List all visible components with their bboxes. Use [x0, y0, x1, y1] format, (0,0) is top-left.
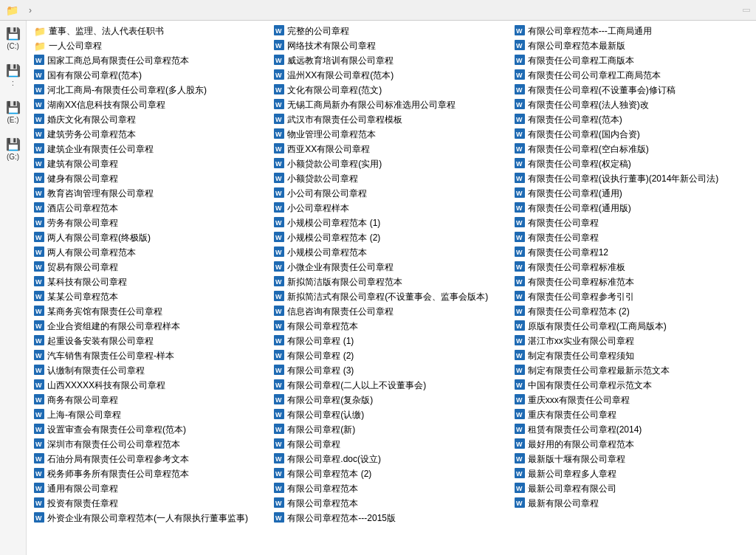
dropdown-button[interactable] — [743, 9, 750, 12]
list-item[interactable]: W起重设备安装有限公司章程 — [31, 334, 271, 348]
list-item[interactable]: 📁一人公司章程 — [31, 38, 271, 53]
list-item[interactable]: W设置审查会有限责任公司章程(范本) — [31, 422, 271, 437]
list-item[interactable]: W小规模公司章程范本 — [271, 245, 511, 260]
list-item[interactable]: W中国有限责任公司章程示范文本 — [512, 378, 752, 393]
list-item[interactable]: W信息咨询有限责任公司章程 — [271, 304, 511, 319]
list-item[interactable]: W有限公司章程 (3) — [271, 363, 511, 378]
list-item[interactable]: W有限公司章程范本 — [271, 496, 511, 511]
list-item[interactable]: W山西XXXXX科技有限公司章程 — [31, 378, 271, 393]
list-item[interactable]: W无锡工商局新办有限公司标准选用公司章程 — [271, 97, 511, 112]
list-item[interactable]: W小微企业有限责任公司章程 — [271, 260, 511, 275]
list-item[interactable]: W文化有限公司章程(范文) — [271, 83, 511, 97]
list-item[interactable]: W某商务宾馆有限责任公司章程 — [31, 304, 271, 319]
list-item[interactable]: W有限责任公司章程(国内合资) — [512, 127, 752, 142]
list-item[interactable]: W国家工商总局有限责任公司章程范本 — [31, 53, 271, 68]
list-item[interactable]: W有限公司章程范本---2015版 — [271, 511, 511, 525]
list-item[interactable]: W有限责任公司章程(空白标准版) — [512, 142, 752, 156]
list-item[interactable]: W有限责任公司章程12 — [512, 245, 752, 260]
list-item[interactable]: W有限责任公司章程标准板 — [512, 260, 752, 275]
list-item[interactable]: W有限公司章程范本最新版 — [512, 38, 752, 53]
list-item[interactable]: W制定有限责任公司章程须知 — [512, 348, 752, 363]
list-item[interactable]: W有限公司章程 (1) — [271, 334, 511, 348]
list-item[interactable]: W有限公司章程(二人以上不设董事会) — [271, 378, 511, 393]
drive-item[interactable]: 💾(C:) — [6, 27, 21, 50]
list-item[interactable]: W健身有限公司章程 — [31, 171, 271, 186]
list-item[interactable]: W网络技术有限公司章程 — [271, 38, 511, 53]
list-item[interactable]: W西亚XX有限公司章程 — [271, 142, 511, 156]
list-item[interactable]: W湛江市xx实业有限公司章程 — [512, 334, 752, 348]
list-item[interactable]: W婚庆文化有限公司章程 — [31, 112, 271, 127]
list-item[interactable]: W深圳市有限责任公司公司章程范本 — [31, 437, 271, 452]
list-item[interactable]: W有限责任公司章程(法人独资)改 — [512, 97, 752, 112]
list-item[interactable]: W新拟简洁式有限公司章程(不设董事会、监事会版本) — [271, 289, 511, 304]
list-item[interactable]: W小规模公司章程范本 (2) — [271, 230, 511, 245]
list-item[interactable]: W通用有限公司章程 — [31, 481, 271, 496]
list-item[interactable]: W重庆xxx有限责任公司章程 — [512, 393, 752, 407]
list-item[interactable]: W劳务有限公司章程 — [31, 216, 271, 230]
list-item[interactable]: W石油分局有限责任公司章程参考文本 — [31, 452, 271, 466]
list-item[interactable]: W酒店公司章程范本 — [31, 201, 271, 216]
drive-item[interactable]: 💾(G:) — [6, 137, 21, 161]
list-item[interactable]: W某科技有限公司章程 — [31, 275, 271, 289]
list-item[interactable]: W有限责任公司章程(设执行董事)(2014年新公司法) — [512, 171, 752, 186]
list-item[interactable]: W小公司有限公司章程 — [271, 186, 511, 201]
list-item[interactable]: W小额贷款公司章程(实用) — [271, 156, 511, 171]
list-item[interactable]: W有限责任公司章程参考引引 — [512, 289, 752, 304]
list-item[interactable]: W河北工商局-有限责任公司章程(多人股东) — [31, 83, 271, 97]
list-item[interactable]: W重庆有限责任公司章程 — [512, 407, 752, 422]
list-item[interactable]: W有限责任公司公司章程工商局范本 — [512, 68, 752, 83]
list-item[interactable]: W威远教育培训有限公司章程 — [271, 53, 511, 68]
list-item[interactable]: W有限责任公司章程 — [512, 216, 752, 230]
list-item[interactable]: W小规模公司章程范本 (1) — [271, 216, 511, 230]
drive-item[interactable]: 💾: — [6, 63, 21, 87]
drive-item[interactable]: 💾(E:) — [6, 100, 21, 124]
list-item[interactable]: W有限公司章程.doc(设立) — [271, 452, 511, 466]
list-item[interactable]: W两人有限公司章程范本 — [31, 245, 271, 260]
list-item[interactable]: W有限公司章程范本 — [271, 319, 511, 334]
list-item[interactable]: W最新版十堰有限公司章程 — [512, 452, 752, 466]
list-item[interactable]: W税务师事务所有限责任公司章程范本 — [31, 466, 271, 481]
list-item[interactable]: W建筑劳务公司章程范本 — [31, 127, 271, 142]
list-item[interactable]: W有限责任公司章程(通用版) — [512, 201, 752, 216]
list-item[interactable]: W有限责任公司章程 — [512, 230, 752, 245]
list-item[interactable]: W物业管理公司章程范本 — [271, 127, 511, 142]
list-item[interactable]: W贸易有限公司章程 — [31, 260, 271, 275]
list-item[interactable]: W建筑企业有限责任公司章程 — [31, 142, 271, 156]
list-item[interactable]: 📁董事、监理、法人代表任职书 — [31, 24, 271, 38]
list-item[interactable]: W有限责任公司章程(不设董事会)修订稿 — [512, 83, 752, 97]
list-item[interactable]: W商务有限公司章程 — [31, 393, 271, 407]
list-item[interactable]: W有限公司章程(认缴) — [271, 407, 511, 422]
list-item[interactable]: W完整的公司章程 — [271, 24, 511, 38]
list-item[interactable]: W最好用的有限公司章程范本 — [512, 437, 752, 452]
list-item[interactable]: W租赁有限责任公司章程(2014) — [512, 422, 752, 437]
list-item[interactable]: W有限公司章程范本---工商局通用 — [512, 24, 752, 38]
list-item[interactable]: W小公司章程样本 — [271, 201, 511, 216]
list-item[interactable]: W武汉市有限责任公司章程模板 — [271, 112, 511, 127]
list-item[interactable]: W有限公司章程 (2) — [271, 348, 511, 363]
list-item[interactable]: W有限责任公司章程(范本) — [512, 112, 752, 127]
list-item[interactable]: W最新公司章程多人章程 — [512, 466, 752, 481]
list-item[interactable]: W有限责任公司章程范本 (2) — [512, 304, 752, 319]
list-item[interactable]: W有限公司章程(复杂版) — [271, 393, 511, 407]
list-item[interactable]: W小额贷款公司章程 — [271, 171, 511, 186]
list-item[interactable]: W外资企业有限公司章程范本(一人有限执行董事监事) — [31, 511, 271, 525]
list-item[interactable]: W最新公司章程有限公司 — [512, 481, 752, 496]
list-item[interactable]: W新拟简洁版有限公司章程范本 — [271, 275, 511, 289]
list-item[interactable]: W上海-有限公司章程 — [31, 407, 271, 422]
list-item[interactable]: W有限责任公司章程(通用) — [512, 186, 752, 201]
list-item[interactable]: W湖南XX信息科技有限公司章程 — [31, 97, 271, 112]
list-item[interactable]: W有限公司章程(新) — [271, 422, 511, 437]
list-item[interactable]: W有限公司章程范本 (2) — [271, 466, 511, 481]
list-item[interactable]: W原版有限责任公司章程(工商局版本) — [512, 319, 752, 334]
list-item[interactable]: W最新有限公司章程 — [512, 496, 752, 511]
list-item[interactable]: W有限责任公司章程(权定稿) — [512, 156, 752, 171]
list-item[interactable]: W有限公司章程范本 — [271, 481, 511, 496]
list-item[interactable]: W有限公司章程 — [271, 437, 511, 452]
list-item[interactable]: W某某公司章程范本 — [31, 289, 271, 304]
list-item[interactable]: W温州XX有限公司章程(范本) — [271, 68, 511, 83]
list-item[interactable]: W两人有限公司章程(终极版) — [31, 230, 271, 245]
list-item[interactable]: W汽车销售有限责任公司章程-样本 — [31, 348, 271, 363]
list-item[interactable]: W有限责任公司章程工商版本 — [512, 53, 752, 68]
list-item[interactable]: W有限责任公司章程标准范本 — [512, 275, 752, 289]
list-item[interactable]: W认缴制有限责任公司章程 — [31, 363, 271, 378]
